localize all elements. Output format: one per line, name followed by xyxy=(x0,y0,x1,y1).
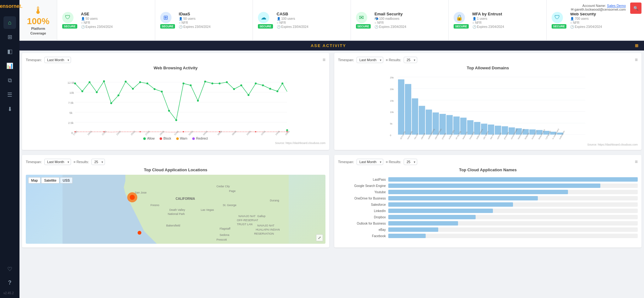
sidebar-item-layers[interactable]: ◧ xyxy=(3,45,16,58)
hbar-ebay-label: eBay xyxy=(338,228,388,231)
svg-point-41 xyxy=(281,82,283,84)
platform-item-ase: 🛡 SECURE ASE 👤 50 users ○ NFR 🕐 Expires … xyxy=(57,0,155,40)
ase-icon-wrap: 🛡 SECURE xyxy=(62,12,77,29)
sidebar-item-chart[interactable]: 📊 xyxy=(3,60,16,72)
web-browsing-menu-icon[interactable]: ≡ xyxy=(323,57,325,63)
hbar-onedrive-track xyxy=(388,196,638,200)
svg-point-46 xyxy=(183,131,184,132)
cloud-app-names-results-wrapper: 25 xyxy=(404,159,417,165)
web-browsing-chart-area: 0 2.5k 5k 7.5k 10k 12.5k xyxy=(26,73,325,136)
svg-text:OFF-RESERVAT: OFF-RESERVAT xyxy=(237,219,259,222)
hbar-dropbox-fill xyxy=(388,215,476,219)
legend-warn-dot xyxy=(176,137,179,140)
account-name[interactable]: Sales Demo xyxy=(607,4,626,8)
ase-name: ASE xyxy=(81,12,113,16)
cloud-app-names-results-select[interactable]: 25 xyxy=(404,159,417,165)
svg-text:12/06: 12/06 xyxy=(260,130,266,136)
casb-name: CASB xyxy=(277,12,308,16)
svg-point-36 xyxy=(248,94,249,96)
cloud-locations-panel: Timespan: Last Month ≡ Results: 25 Top C… xyxy=(22,155,329,247)
top-allowed-domains-panel: Timespan: Last Month ≡ Results: 25 ≡ xyxy=(334,53,641,150)
cloud-locations-timespan-wrapper: Last Month xyxy=(44,159,71,165)
hbar-youtube: Youtube xyxy=(338,190,638,194)
hbar-ebay-track xyxy=(388,227,638,232)
sidebar-item-dashboard[interactable]: ⊞ xyxy=(3,31,16,43)
idaas-icon: ⊞ xyxy=(160,12,172,23)
top-allowed-results-select[interactable]: 25 xyxy=(404,57,417,63)
hbar-outlook-business-fill xyxy=(388,221,458,226)
map-btn-uss[interactable]: USS xyxy=(60,177,73,184)
cloud-app-names-timespan-label: Timespan: xyxy=(338,160,354,164)
ase-banner-title: ASE ACTIVITY xyxy=(22,43,635,48)
svg-text:Cedar City: Cedar City xyxy=(216,185,230,188)
sidebar-item-help[interactable]: ? xyxy=(3,276,16,289)
svg-point-39 xyxy=(269,88,271,90)
svg-rect-78 xyxy=(398,79,404,135)
svg-text:10/06: 10/06 xyxy=(246,130,251,136)
svg-text:15k: 15k xyxy=(390,99,394,102)
sidebar-item-home[interactable]: ⌂ xyxy=(3,16,16,29)
top-allowed-title: Top Allowed Domains xyxy=(338,66,638,70)
legend-block-dot xyxy=(160,137,162,140)
legend-warn: Warn xyxy=(176,137,188,140)
svg-text:08/06: 08/06 xyxy=(232,130,237,136)
email-name: Email Security xyxy=(374,12,406,16)
hbar-google-search-fill xyxy=(388,184,600,188)
top-allowed-menu-icon[interactable]: ≡ xyxy=(635,57,638,63)
sidebar-item-download[interactable]: ⬇ xyxy=(3,103,16,115)
account-info: Account Name: Sales Demo ✉ gareth.lockwo… xyxy=(568,3,628,13)
svg-text:Las Vegas: Las Vegas xyxy=(201,208,214,211)
account-email: ✉ xyxy=(571,8,575,11)
search-button[interactable]: 🔍 xyxy=(630,3,641,14)
top-allowed-timespan-select[interactable]: Last Month xyxy=(357,57,383,63)
hbar-linkedin-fill xyxy=(388,209,493,213)
svg-text:16/06: 16/06 xyxy=(285,130,290,136)
ase-banner: ASE ACTIVITY ⊞ xyxy=(19,41,644,51)
ase-expires: 🕐 Expires 23/04/2024 xyxy=(81,25,113,29)
sidebar-item-network[interactable]: ⧉ xyxy=(3,74,16,87)
email-icon: ✉ xyxy=(356,12,367,23)
hbar-lastpass-label: LastPass xyxy=(338,178,388,181)
map-btn-map[interactable]: Map xyxy=(28,177,41,184)
svg-point-19 xyxy=(125,81,127,82)
hbar-onedrive-label: OneDrive for Business xyxy=(338,197,388,200)
svg-point-21 xyxy=(139,81,141,83)
web-browsing-timespan-row: Timespan: Last Month Last Week Last 24h xyxy=(26,57,71,63)
svg-point-40 xyxy=(276,90,278,92)
map-container: CALIFORNIA Cedar City St. George Page NA… xyxy=(26,175,325,244)
map-controls: Map Satellite USS xyxy=(28,177,73,184)
map-background: CALIFORNIA Cedar City St. George Page NA… xyxy=(26,175,325,244)
cloud-locations-results-select[interactable]: 25 xyxy=(91,159,105,165)
legend-warn-label: Warn xyxy=(180,137,188,140)
cloud-app-names-timespan-select[interactable]: Last Month xyxy=(357,159,383,165)
svg-text:CALIFORNIA: CALIFORNIA xyxy=(176,197,195,200)
cloud-locations-timespan-select[interactable]: Last Month xyxy=(44,159,71,165)
legend-redirect-dot xyxy=(192,137,195,140)
email-details: Email Security 📬 100 mailboxes ○ NFR 🕐 E… xyxy=(374,12,406,29)
cloud-app-names-menu-icon[interactable]: ≡ xyxy=(635,159,638,165)
app-version: v2.45.2 xyxy=(3,291,16,295)
timespan-label: Timespan: xyxy=(26,58,42,62)
svg-text:NAVAJO NAT: NAVAJO NAT xyxy=(257,224,275,227)
hbar-dropbox-label: Dropbox xyxy=(338,216,388,219)
svg-text:25/05: 25/05 xyxy=(130,130,136,136)
sidebar-item-list[interactable]: ☰ xyxy=(3,88,16,101)
map-expand-btn[interactable]: ⤢ xyxy=(316,234,323,241)
svg-point-15 xyxy=(96,91,98,93)
svg-text:10k: 10k xyxy=(390,111,394,114)
hbar-outlook-business-label: Outlook for Business xyxy=(338,222,388,225)
dashboard-grid: Timespan: Last Month Last Week Last 24h … xyxy=(19,51,644,250)
map-btn-satellite[interactable]: Satellite xyxy=(41,177,59,184)
svg-text:04/06: 04/06 xyxy=(203,130,208,136)
web-browsing-legend: Allow Block Warn Redirect xyxy=(26,137,325,140)
main-content: ASE ACTIVITY ⊞ Timespan: Last Month Last… xyxy=(19,41,644,298)
hbar-google-search-label: Google Search Engine xyxy=(338,184,388,188)
svg-rect-81 xyxy=(419,106,425,135)
sidebar-item-heart[interactable]: ♡ xyxy=(3,263,16,275)
expand-icon[interactable]: ⊞ xyxy=(635,43,639,48)
hbar-facebook-label: Facebook xyxy=(338,234,388,238)
ase-tier: ○ NFR xyxy=(81,21,113,24)
platform-item-email: ✉ SECURE Email Security 📬 100 mailboxes … xyxy=(351,0,449,40)
email-status: SECURE xyxy=(356,24,371,29)
web-browsing-timespan-select[interactable]: Last Month Last Week Last 24h xyxy=(44,57,71,63)
